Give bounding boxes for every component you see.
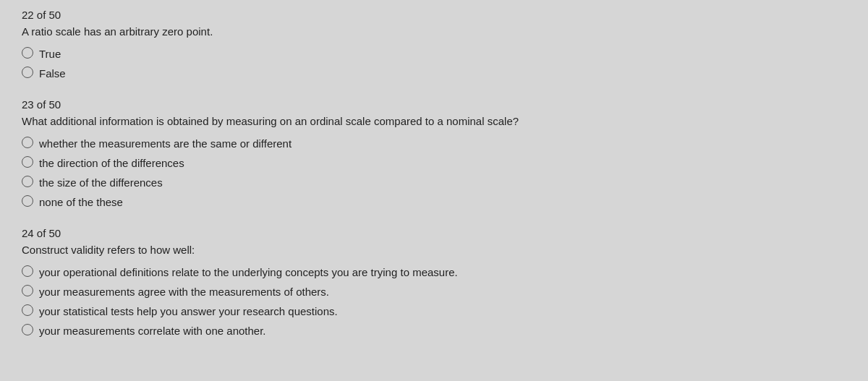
- option-item-24-4[interactable]: your measurements correlate with one ano…: [22, 323, 846, 338]
- radio-circle-23-3[interactable]: [22, 176, 33, 187]
- radio-circle-24-3[interactable]: [22, 304, 33, 316]
- option-label-24-2: your measurements agree with the measure…: [39, 284, 329, 299]
- option-item-24-3[interactable]: your statistical tests help you answer y…: [22, 304, 846, 319]
- options-list-23: whether the measurements are the same or…: [22, 136, 846, 210]
- question-text-24: Construct validity refers to how well:: [22, 242, 846, 257]
- question-number-24: 24 of 50: [22, 227, 846, 239]
- question-number-23: 23 of 50: [22, 98, 846, 111]
- option-label-24-4: your measurements correlate with one ano…: [39, 323, 266, 338]
- options-list-22: True False: [22, 46, 846, 81]
- option-label-24-1: your operational definitions relate to t…: [39, 265, 458, 280]
- question-text-22: A ratio scale has an arbitrary zero poin…: [22, 24, 846, 39]
- option-item-23-3[interactable]: the size of the differences: [22, 175, 846, 190]
- option-label-22-1: True: [39, 46, 61, 61]
- radio-circle-23-1[interactable]: [22, 137, 33, 148]
- option-item-22-1[interactable]: True: [22, 46, 846, 61]
- radio-circle-24-2[interactable]: [22, 285, 33, 296]
- radio-circle-22-1[interactable]: [22, 47, 33, 59]
- option-label-23-2: the direction of the differences: [39, 155, 184, 171]
- radio-circle-23-4[interactable]: [22, 195, 33, 207]
- radio-circle-23-2[interactable]: [22, 156, 33, 168]
- option-item-24-2[interactable]: your measurements agree with the measure…: [22, 284, 846, 299]
- option-label-22-2: False: [39, 66, 66, 81]
- question-block-24: 24 of 50 Construct validity refers to ho…: [22, 227, 846, 338]
- option-label-24-3: your statistical tests help you answer y…: [39, 304, 338, 319]
- option-label-23-1: whether the measurements are the same or…: [39, 136, 292, 151]
- radio-circle-22-2[interactable]: [22, 67, 33, 78]
- question-block-22: 22 of 50 A ratio scale has an arbitrary …: [22, 9, 846, 81]
- option-item-23-1[interactable]: whether the measurements are the same or…: [22, 136, 846, 151]
- option-label-23-3: the size of the differences: [39, 175, 163, 190]
- options-list-24: your operational definitions relate to t…: [22, 265, 846, 338]
- question-block-23: 23 of 50 What additional information is …: [22, 98, 846, 210]
- option-item-23-4[interactable]: none of the these: [22, 194, 846, 210]
- radio-circle-24-1[interactable]: [22, 265, 33, 277]
- question-text-23: What additional information is obtained …: [22, 114, 846, 129]
- page-container: 22 of 50 A ratio scale has an arbitrary …: [0, 0, 868, 381]
- option-item-24-1[interactable]: your operational definitions relate to t…: [22, 265, 846, 280]
- radio-circle-24-4[interactable]: [22, 324, 33, 335]
- option-item-23-2[interactable]: the direction of the differences: [22, 155, 846, 171]
- option-label-23-4: none of the these: [39, 194, 123, 210]
- question-number-22: 22 of 50: [22, 9, 846, 21]
- option-item-22-2[interactable]: False: [22, 66, 846, 81]
